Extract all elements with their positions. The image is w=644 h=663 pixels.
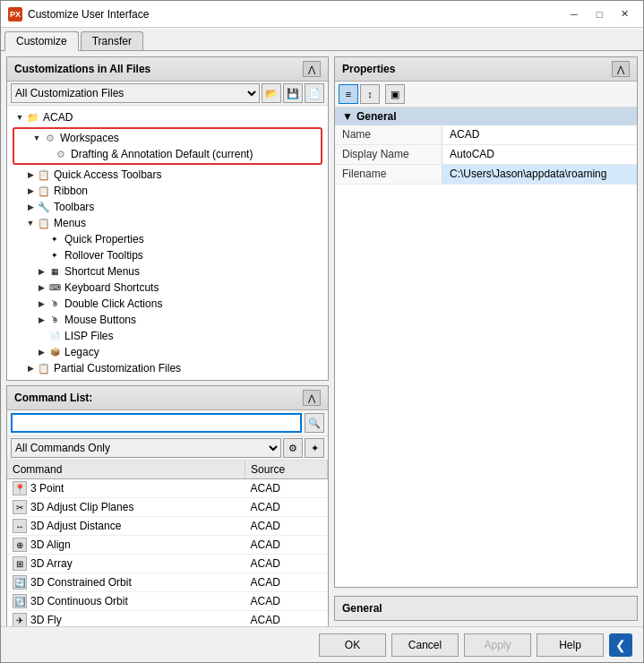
tree-item-acad[interactable]: ▼ 📁 ACAD: [9, 109, 326, 125]
expand-quickprops[interactable]: [36, 234, 47, 245]
properties-panel: Properties ⋀ ≡ ↕ ▣ ▼ General Name ACAD: [334, 56, 638, 588]
rollover-icon: ✦: [47, 248, 62, 263]
command-list-panel: Command List: ⋀ 🔍 All Commands Only Comm…: [6, 385, 329, 626]
cmd-icon: ⊕: [13, 538, 27, 552]
expand-menus[interactable]: ▼: [25, 218, 36, 228]
expand-legacy[interactable]: ▶: [36, 347, 47, 357]
command-table: Command Source 📍 3 Point ACAD: [7, 461, 328, 626]
filter-btn-1[interactable]: ⚙: [283, 438, 303, 458]
cmd-name-cell: ✈ 3D Fly: [7, 611, 245, 627]
tree-item-shortcutmenus[interactable]: ▶ ▦ Shortcut Menus: [9, 263, 326, 280]
cmd-source-cell: ACAD: [245, 479, 328, 498]
customization-files-select[interactable]: All Customization Files: [11, 83, 260, 103]
quickaccess-icon: 📋: [37, 168, 51, 182]
tree-item-toolbars[interactable]: ▶ 🔧 Toolbars: [9, 199, 326, 215]
nav-back-button[interactable]: ❮: [609, 633, 632, 657]
bottom-bar: OK Cancel Apply Help ❮: [1, 626, 643, 662]
load-file-button[interactable]: 📂: [262, 83, 281, 103]
expand-doubleclick[interactable]: ▶: [36, 298, 47, 309]
toolbars-icon: 🔧: [37, 200, 51, 214]
expand-partialcust[interactable]: ▶: [25, 363, 36, 374]
cmd-name-cell: ⊞ 3D Array: [7, 555, 245, 573]
props-row-name: Name ACAD: [335, 125, 637, 145]
cmd-icon: 🔃: [13, 594, 27, 608]
command-header-controls: ⋀: [303, 390, 321, 406]
props-list-btn[interactable]: ≡: [339, 84, 358, 104]
expand-acad[interactable]: ▼: [14, 112, 25, 123]
table-row[interactable]: 📍 3 Point ACAD: [7, 479, 328, 498]
command-filter-select[interactable]: All Commands Only Commands Only Menus On…: [11, 438, 281, 458]
tree-item-keyboard[interactable]: ▶ ⌨ Keyboard Shortcuts: [9, 280, 326, 296]
expand-shortcutmenus[interactable]: ▶: [36, 266, 47, 277]
tree-item-doubleclick[interactable]: ▶ 🖱 Double Click Actions: [9, 296, 326, 312]
tree-item-mousebuttons[interactable]: ▶ 🖱 Mouse Buttons: [9, 312, 326, 328]
props-row-filename: Filename C:\Users\Jason\appdata\roaming: [335, 165, 637, 185]
table-row[interactable]: ↔ 3D Adjust Distance ACAD: [7, 517, 328, 536]
tab-transfer[interactable]: Transfer: [81, 31, 143, 50]
table-row[interactable]: ⊕ 3D Align ACAD: [7, 536, 328, 555]
tree-item-rollover[interactable]: ✦ Rollover Tooltips: [9, 247, 326, 263]
lisp-label: LISP Files: [64, 330, 113, 342]
table-row[interactable]: ✈ 3D Fly ACAD: [7, 611, 328, 627]
cancel-button[interactable]: Cancel: [391, 633, 459, 657]
tree-item-drafting[interactable]: ⚙ Drafting & Annotation Default (current…: [15, 146, 320, 162]
expand-lisp[interactable]: [36, 331, 47, 341]
collapse-all-button[interactable]: ⋀: [303, 61, 321, 77]
col-source: Source: [245, 461, 328, 479]
expand-mousebuttons[interactable]: ▶: [36, 314, 47, 325]
command-search-input[interactable]: [11, 413, 302, 433]
cmd-name: 3D Array: [30, 557, 73, 570]
tree-item-lisp[interactable]: 📄 LISP Files: [9, 328, 326, 344]
expand-rollover[interactable]: [36, 250, 47, 261]
expand-workspaces[interactable]: ▼: [31, 133, 42, 143]
tab-customize[interactable]: Customize: [4, 31, 79, 51]
filter-btn-2[interactable]: ✦: [305, 438, 324, 458]
properties-collapse-button[interactable]: ⋀: [612, 61, 630, 77]
help-button[interactable]: Help: [537, 633, 604, 657]
expand-ribbon[interactable]: ▶: [25, 185, 36, 196]
cmd-name: 3 Point: [30, 482, 64, 495]
name-value: ACAD: [442, 125, 637, 144]
table-row[interactable]: ✂ 3D Adjust Clip Planes ACAD: [7, 498, 328, 517]
props-sort-btn[interactable]: ↕: [360, 84, 380, 104]
expand-drafting[interactable]: [42, 149, 53, 159]
expand-quickaccess[interactable]: ▶: [25, 169, 36, 180]
table-row[interactable]: ⊞ 3D Array ACAD: [7, 555, 328, 573]
tree-item-legacy[interactable]: ▶ 📦 Legacy: [9, 344, 326, 360]
workspaces-icon: ⚙: [43, 131, 57, 145]
expand-toolbars[interactable]: ▶: [25, 202, 36, 212]
quickprops-label: Quick Properties: [64, 233, 144, 245]
ok-button[interactable]: OK: [319, 633, 386, 657]
save-button[interactable]: 💾: [283, 83, 303, 103]
command-collapse-button[interactable]: ⋀: [303, 390, 321, 406]
section-title: General: [356, 110, 397, 123]
props-cat-btn[interactable]: ▣: [385, 84, 405, 104]
filename-label: Filename: [335, 165, 442, 184]
minimize-button[interactable]: ─: [562, 5, 586, 23]
doubleclick-icon: 🖱: [47, 297, 62, 311]
tree-container: ▼ 📁 ACAD ▼ ⚙ Workspaces: [7, 106, 328, 380]
maximize-button[interactable]: □: [588, 5, 611, 23]
cmd-name-cell: ↔ 3D Adjust Distance: [7, 517, 245, 536]
table-row[interactable]: 🔄 3D Constrained Orbit ACAD: [7, 573, 328, 592]
doubleclick-label: Double Click Actions: [64, 297, 162, 310]
ribbon-label: Ribbon: [54, 185, 88, 197]
search-button[interactable]: 🔍: [305, 413, 324, 433]
tree-item-quickprops[interactable]: ✦ Quick Properties: [9, 231, 326, 247]
cmd-source-cell: ACAD: [245, 555, 328, 573]
displayname-value: AutoCAD: [442, 145, 637, 164]
props-row-displayname: Display Name AutoCAD: [335, 145, 637, 165]
close-button[interactable]: ✕: [613, 5, 636, 23]
drafting-icon: ⚙: [54, 147, 68, 161]
tree-item-quickaccess[interactable]: ▶ 📋 Quick Access Toolbars: [9, 167, 326, 183]
customizations-panel: Customizations in All Files ⋀ All Custom…: [6, 56, 329, 381]
expand-keyboard[interactable]: ▶: [36, 282, 47, 293]
general-bottom-panel: General: [334, 596, 638, 621]
new-file-button[interactable]: 📄: [305, 83, 324, 103]
tree-item-menus[interactable]: ▼ 📋 Menus: [9, 215, 326, 231]
tree-item-partialcust[interactable]: ▶ 📋 Partial Customization Files: [9, 360, 326, 376]
tree-item-workspaces[interactable]: ▼ ⚙ Workspaces: [15, 130, 320, 146]
table-row[interactable]: 🔃 3D Continuous Orbit ACAD: [7, 592, 328, 611]
apply-button[interactable]: Apply: [464, 633, 531, 657]
tree-item-ribbon[interactable]: ▶ 📋 Ribbon: [9, 183, 326, 199]
